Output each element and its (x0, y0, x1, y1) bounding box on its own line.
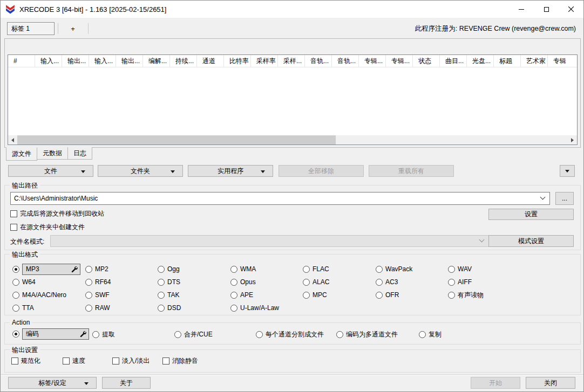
tab-label-1[interactable]: 标签 1 (7, 22, 55, 35)
file-list-body[interactable] (8, 67, 577, 135)
column-header[interactable]: 曲目... (440, 55, 467, 67)
column-header[interactable]: 光盘... (467, 55, 494, 67)
add-tab-button[interactable]: + (58, 22, 87, 35)
maximize-button[interactable] (534, 1, 559, 18)
create-in-source-checkbox[interactable]: 在源文件夹中创建文件 (10, 223, 85, 231)
column-header[interactable]: 音轨... (305, 55, 332, 67)
format-option-mp3[interactable]: MP3 (12, 264, 85, 275)
format-option-ogg[interactable]: Ogg (158, 265, 230, 273)
tab-source-files[interactable]: 源文件 (6, 147, 37, 161)
file-dropdown-button[interactable]: 文件 (8, 165, 93, 177)
format-option-alac[interactable]: ALAC (303, 278, 376, 286)
wrench-icon[interactable] (71, 266, 78, 273)
pattern-settings-button[interactable]: 模式设置 (488, 235, 574, 247)
format-option-swf[interactable]: SWF (85, 291, 158, 299)
fade-checkbox[interactable]: 淡入/淡出 (112, 357, 150, 365)
column-header[interactable]: 输入... (89, 55, 116, 67)
format-option-tak[interactable]: TAK (158, 291, 230, 299)
title-bar: XRECODE 3 [64-bit] - 1.163 [2025-02-15/2… (1, 1, 583, 18)
radio-icon (448, 292, 455, 299)
column-header[interactable]: 专辑... (359, 55, 386, 67)
format-option-dts[interactable]: DTS (158, 278, 230, 286)
column-header[interactable]: 输出... (62, 55, 89, 67)
format-option-tta[interactable]: TTA (12, 304, 85, 312)
format-label: TTA (22, 304, 34, 312)
output-path-combobox[interactable]: C:\Users\Administrator\Music (10, 192, 550, 205)
column-header[interactable]: 编解... (143, 55, 170, 67)
column-header[interactable]: 音轨... (332, 55, 359, 67)
horizontal-scrollbar[interactable] (8, 135, 577, 145)
column-header[interactable]: 比特率 (224, 55, 251, 67)
scrollbar-thumb[interactable] (17, 135, 336, 145)
scroll-left-button[interactable] (8, 135, 17, 145)
format-option-ape[interactable]: APE (230, 291, 303, 299)
speed-label: 速度 (72, 356, 85, 366)
normalize-checkbox[interactable]: 规范化 (11, 357, 40, 365)
format-option-wav[interactable]: WAV (448, 265, 484, 273)
file-list[interactable]: # 输入... 输出... 输入... 输出... 编解... 持续... 通道… (8, 54, 578, 145)
browse-button[interactable]: ... (555, 192, 574, 205)
action-option-merge-cue[interactable]: 合并/CUE (174, 330, 213, 339)
radio-icon (303, 292, 310, 299)
column-header[interactable]: 艺术家 (521, 55, 548, 67)
format-option-ac3[interactable]: AC3 (376, 278, 448, 286)
action-option-extract[interactable]: 提取 (92, 330, 115, 339)
settings-button[interactable]: 设置 (488, 209, 574, 220)
scroll-right-button[interactable] (568, 135, 577, 145)
column-header[interactable]: 标题 (494, 55, 521, 67)
minimize-button[interactable] (509, 1, 534, 18)
format-option-aiff[interactable]: AIFF (448, 278, 484, 286)
format-option-rf64[interactable]: RF64 (85, 278, 158, 286)
selected-format-box[interactable]: MP3 (22, 264, 80, 275)
column-header[interactable]: 专辑 (548, 55, 575, 67)
column-header[interactable]: 持续... (170, 55, 197, 67)
format-option-mp2[interactable]: MP2 (85, 265, 158, 273)
format-option-dsd[interactable]: DSD (158, 304, 230, 312)
column-header[interactable]: # (8, 55, 35, 67)
checkbox-icon (63, 357, 70, 365)
selected-action-box[interactable]: 编码 (22, 328, 89, 340)
action-option-copy[interactable]: 复制 (419, 330, 442, 339)
speed-checkbox[interactable]: 速度 (63, 357, 85, 365)
format-option-audiobook[interactable]: 有声读物 (448, 291, 484, 300)
action-option-split-channels[interactable]: 每个通道分割成文件 (256, 330, 324, 339)
silence-removal-checkbox[interactable]: 消除静音 (162, 357, 198, 365)
silence-removal-label: 消除静音 (172, 356, 198, 366)
radio-icon (174, 331, 181, 338)
action-option-encode[interactable]: 编码 (12, 328, 89, 340)
toolbar-dropdown-button[interactable] (560, 165, 575, 177)
format-option-wavpack[interactable]: WavPack (376, 265, 448, 273)
column-header[interactable]: 采样... (278, 55, 305, 67)
column-header[interactable]: 输入... (35, 55, 62, 67)
column-header[interactable]: 专辑... (386, 55, 413, 67)
column-header[interactable]: 输出... (116, 55, 143, 67)
format-option-flac[interactable]: FLAC (303, 265, 376, 273)
format-option-raw[interactable]: RAW (85, 304, 158, 312)
format-option-ofr[interactable]: OFR (376, 291, 448, 299)
radio-icon (158, 266, 165, 273)
close-button[interactable]: 关闭 (526, 377, 575, 389)
checkbox-icon (10, 224, 17, 231)
format-option-mpc[interactable]: MPC (303, 291, 376, 299)
format-option-wma[interactable]: WMA (230, 265, 303, 273)
folder-dropdown-button[interactable]: 文件夹 (98, 165, 183, 177)
output-settings-group-label: 输出设置 (10, 346, 40, 355)
about-button[interactable]: 关于 (102, 377, 151, 389)
utilities-dropdown-button[interactable]: 实用程序 (188, 165, 273, 177)
close-window-button[interactable] (559, 1, 583, 18)
column-header[interactable]: 通道 (197, 55, 224, 67)
format-option-m4a-aac-nero[interactable]: M4A/AAC/Nero (12, 291, 85, 299)
tags-settings-dropdown-button[interactable]: 标签/设定 (8, 377, 97, 389)
column-header[interactable]: 状态 (413, 55, 440, 67)
format-option-u-law-a-law[interactable]: U-Law/A-Law (230, 304, 303, 312)
tab-metadata[interactable]: 元数据 (37, 147, 68, 160)
format-option-opus[interactable]: Opus (230, 278, 303, 286)
action-option-encode-multichannel[interactable]: 编码为多通道文件 (336, 330, 398, 339)
wrench-icon[interactable] (79, 331, 86, 338)
xrecode-window: XRECODE 3 [64-bit] - 1.163 [2025-02-15/2… (0, 0, 584, 392)
move-to-recycle-checkbox[interactable]: 完成后将源文件移动到回收站 (10, 210, 104, 218)
column-header[interactable]: 采样率 (251, 55, 278, 67)
remove-all-label: 全部移除 (308, 167, 334, 176)
format-option-w64[interactable]: W64 (12, 278, 85, 286)
tab-log[interactable]: 日志 (67, 147, 92, 160)
